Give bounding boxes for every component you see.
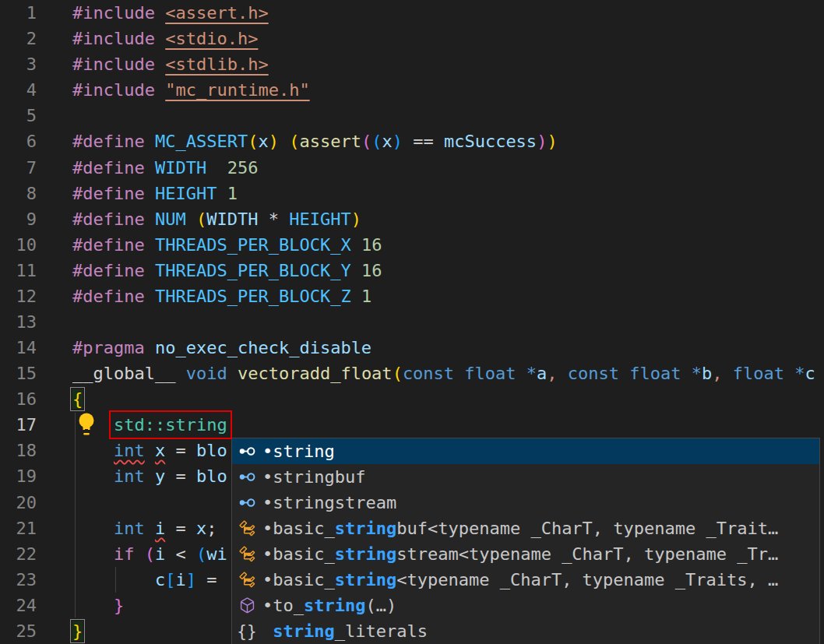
- code-token: wi: [206, 544, 227, 564]
- code-token: [134, 544, 144, 564]
- code-token: (: [393, 364, 403, 383]
- reference-icon: [237, 442, 257, 461]
- line-number: 19: [0, 466, 37, 486]
- line-number: 16: [0, 389, 37, 409]
- code-token: #define: [72, 158, 155, 178]
- code-token: no_exec_check_disable: [155, 338, 372, 357]
- code-line[interactable]: 1#include <assert.h>: [0, 0, 824, 26]
- code-token: ): [269, 132, 279, 151]
- code-token: 256: [227, 158, 259, 178]
- line-number: 2: [0, 29, 37, 48]
- code-token: [72, 441, 114, 460]
- namespace-icon: {}: [237, 622, 257, 641]
- code-line[interactable]: 4#include "mc_runtime.h": [0, 77, 824, 103]
- code-line-content: if (i < (wi: [72, 544, 227, 564]
- line-number: 18: [0, 441, 37, 460]
- code-token: ): [537, 132, 547, 151]
- suggestion-item[interactable]: •stringstream: [232, 490, 819, 516]
- line-number: 11: [0, 261, 37, 280]
- code-token: (: [196, 544, 206, 564]
- suggestion-item[interactable]: •basic_string<typename _CharT, typename …: [232, 567, 819, 593]
- match-highlight: string: [335, 544, 396, 564]
- code-line[interactable]: 17 std::string: [0, 412, 824, 438]
- code-token: *: [692, 364, 702, 383]
- code-token: [558, 364, 568, 383]
- code-editor[interactable]: 1#include <assert.h>2#include <stdio.h>3…: [0, 0, 824, 644]
- bracket-match: {: [72, 389, 83, 409]
- code-line-content: {: [72, 389, 83, 409]
- code-token: void: [186, 364, 238, 383]
- suggestion-item[interactable]: {} string_literals: [232, 618, 819, 644]
- code-token: [72, 570, 155, 589]
- code-token: __global__: [72, 364, 186, 383]
- line-number: 22: [0, 544, 37, 564]
- code-token: x: [382, 132, 392, 151]
- code-token: [72, 466, 114, 486]
- method-icon: [237, 596, 257, 615]
- code-line[interactable]: 11#define THREADS_PER_BLOCK_Y 16: [0, 258, 824, 283]
- code-line[interactable]: 8#define HEIGHT 1: [0, 181, 824, 206]
- reference-icon: [237, 494, 257, 512]
- code-token: *: [258, 209, 289, 229]
- suggestion-item[interactable]: •basic_stringbuf<typename _CharT, typena…: [232, 516, 819, 541]
- code-token: y: [155, 466, 165, 486]
- code-line[interactable]: 16{: [0, 386, 824, 412]
- code-line[interactable]: 12#define THREADS_PER_BLOCK_Z 1: [0, 283, 824, 309]
- code-line[interactable]: 2#include <stdio.h>: [0, 26, 824, 51]
- code-token: (: [289, 132, 299, 151]
- code-line[interactable]: 6#define MC_ASSERT(x) (assert((x) == mcS…: [0, 128, 824, 154]
- line-number: 1: [0, 3, 37, 23]
- code-line-content: #define MC_ASSERT(x) (assert((x) == mcSu…: [72, 132, 558, 151]
- code-token: #define: [72, 132, 155, 151]
- match-highlight: string: [273, 621, 334, 641]
- code-token: #include: [72, 55, 165, 74]
- line-number: 10: [0, 235, 37, 255]
- label-text: <typename _CharT, typename _Traits, …: [396, 570, 778, 589]
- suggestion-label: •basic_stringbuf<typename _CharT, typena…: [262, 519, 778, 538]
- line-number: 5: [0, 106, 37, 125]
- code-token: #include: [72, 29, 165, 48]
- line-number: 23: [0, 570, 37, 589]
- lightbulb-icon[interactable]: [77, 412, 96, 436]
- code-line[interactable]: 5: [0, 103, 824, 128]
- code-line-content: int i = x;: [72, 519, 217, 538]
- code-token: "mc_runtime.h": [165, 80, 309, 100]
- code-token: NUM: [155, 209, 186, 229]
- code-line-content: c[i] =: [72, 570, 227, 589]
- suggestion-item-selected[interactable]: •string: [232, 438, 819, 464]
- code-token: THREADS_PER_BLOCK_X: [155, 235, 351, 255]
- code-token: mcSuccess: [444, 132, 537, 151]
- suggestion-item[interactable]: •stringbuf: [232, 464, 819, 490]
- suggestion-item[interactable]: •to_string(…): [232, 593, 819, 618]
- code-token: x: [155, 441, 165, 460]
- line-number: 25: [0, 621, 37, 641]
- code-token: =: [165, 519, 196, 538]
- code-line-content: }: [72, 621, 83, 641]
- code-token: [723, 364, 733, 383]
- code-token: #define: [72, 261, 155, 280]
- suggestion-label: string_literals: [262, 621, 428, 641]
- code-token: if: [114, 544, 135, 564]
- code-line[interactable]: 9#define NUM (WIDTH * HEIGHT): [0, 206, 824, 232]
- code-token: blo: [196, 441, 227, 460]
- code-token: [351, 287, 361, 306]
- code-token: vectoradd_float: [238, 364, 393, 383]
- code-line[interactable]: 15__global__ void vectoradd_float(const …: [0, 361, 824, 386]
- suggestion-item[interactable]: •basic_stringstream<typename _CharT, typ…: [232, 541, 819, 567]
- code-token: [351, 235, 361, 255]
- code-line[interactable]: 3#include <stdlib.h>: [0, 51, 824, 77]
- code-token: =: [165, 441, 196, 460]
- code-token: [: [165, 570, 175, 589]
- match-highlight: string: [335, 519, 396, 538]
- code-token: *: [794, 364, 805, 383]
- code-line[interactable]: 10#define THREADS_PER_BLOCK_X 16: [0, 232, 824, 258]
- code-line[interactable]: 14#pragma no_exec_check_disable: [0, 335, 824, 361]
- code-token: ): [547, 132, 557, 151]
- code-line[interactable]: 7#define WIDTH 256: [0, 154, 824, 180]
- code-token: x: [258, 132, 268, 151]
- code-token: [206, 158, 227, 178]
- code-line[interactable]: 13: [0, 309, 824, 335]
- code-token: THREADS_PER_BLOCK_Z: [155, 287, 351, 306]
- code-token: ,: [712, 364, 722, 383]
- code-line-content: #include <stdio.h>: [72, 29, 258, 48]
